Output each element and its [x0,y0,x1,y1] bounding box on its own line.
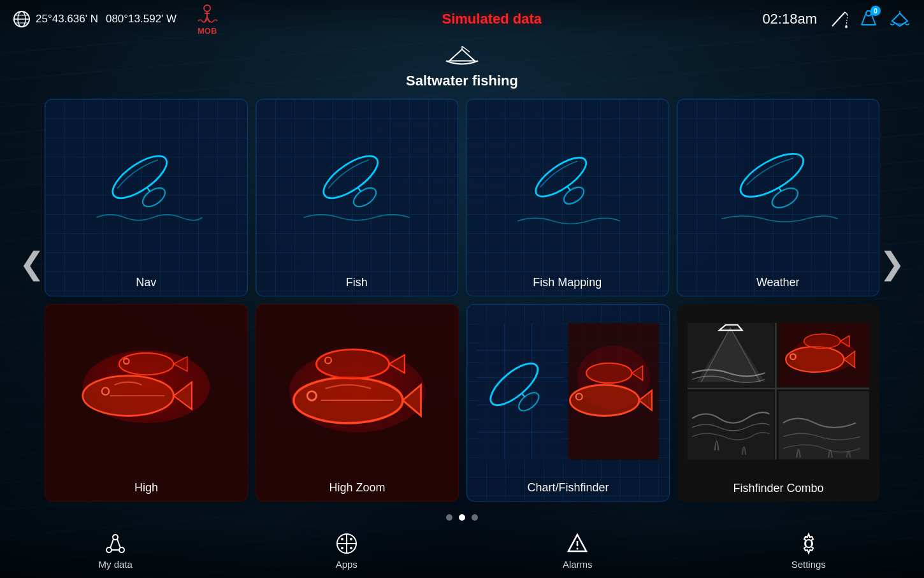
svg-point-62 [113,535,118,540]
bottom-nav: My data Apps [0,524,924,578]
svg-point-23 [769,184,802,212]
high-fish-svg [55,314,237,469]
nav-alarms-label: Alarms [563,559,593,570]
svg-line-15 [147,187,150,191]
settings-svg [797,532,820,555]
fish-mapping-lure-svg [496,117,638,255]
time-display: 02:18am [762,11,817,27]
my-data-svg [104,532,127,555]
high-zoom-fish-svg [266,314,448,469]
boat-top-icon[interactable] [888,10,911,29]
simulated-data-label: Simulated data [442,11,542,27]
mob-button[interactable]: MOB [193,3,221,36]
nav-alarms[interactable]: Alarms [462,524,693,578]
weather-card[interactable]: Weather [677,99,880,296]
top-left: 25°43.636' N 080°13.592' W MOB [13,3,221,36]
nav-my-data[interactable]: My data [0,524,231,578]
lon-coord: 080°13.592' W [106,13,177,25]
fishfinder-combo-svg [688,313,869,470]
fish-card-label: Fish [346,272,368,289]
my-data-icon [104,532,127,555]
lat-coord: 25°43.636' N [36,13,98,25]
pagination [0,514,924,521]
nav-apps-label: Apps [336,559,357,570]
chart-fishfinder-card-label: Chart/Fishfinder [527,477,609,495]
svg-line-8 [846,15,848,26]
fish-lure-svg [286,117,428,255]
chart-fishfinder-card-image [467,305,669,477]
nav-my-data-label: My data [99,559,133,570]
weather-lure-svg [707,117,849,255]
nav-settings[interactable]: Settings [693,524,925,578]
apps-svg [335,532,358,555]
svg-rect-37 [477,323,564,459]
fish-mapping-card-label: Fish Mapping [533,272,602,289]
high-card-image [45,305,247,477]
chart-fishfinder-svg [477,314,659,469]
next-arrow[interactable]: ❯ [873,242,911,285]
high-zoom-card-image [256,305,458,477]
page-title-area: Saltwater fishing [0,41,924,89]
page-title: Saltwater fishing [406,73,518,89]
svg-line-66 [117,539,120,548]
svg-point-9 [845,25,848,28]
svg-point-14 [140,184,168,210]
svg-point-22 [734,145,809,205]
high-zoom-card[interactable]: High Zoom [256,304,459,502]
apps-icon [335,532,358,555]
globe-icon [13,10,31,28]
svg-point-73 [341,547,343,549]
svg-point-5 [204,5,210,11]
svg-point-76 [577,548,579,550]
coordinates-display: 25°43.636' N 080°13.592' W [13,10,177,28]
nav-card[interactable]: Nav [45,99,248,296]
high-zoom-card-label: High Zoom [329,477,385,495]
weather-card-label: Weather [756,272,800,289]
svg-point-74 [350,547,352,549]
svg-rect-61 [778,391,869,459]
route-icon-container[interactable]: 0 [859,8,878,30]
fishing-icon[interactable] [830,10,849,29]
nav-card-image [45,99,247,272]
alarms-icon [566,532,589,555]
svg-point-57 [804,334,840,349]
high-card-label: High [134,477,158,495]
svg-point-72 [350,538,352,540]
route-badge: 0 [870,6,881,16]
fish-card-image [256,99,458,272]
svg-line-21 [568,186,570,190]
fish-mapping-card[interactable]: Fish Mapping [466,99,669,296]
fish-mapping-card-image [466,99,668,272]
prev-arrow[interactable]: ❮ [13,242,51,285]
pagination-dot-1[interactable] [446,514,452,521]
high-card[interactable]: High [45,304,248,502]
alarms-svg [566,532,589,555]
svg-point-71 [341,538,343,540]
svg-line-18 [358,187,361,191]
pagination-dot-2[interactable] [459,514,465,521]
nav-apps[interactable]: Apps [231,524,463,578]
weather-card-image [677,99,879,272]
fish-card[interactable]: Fish [256,99,459,296]
svg-line-24 [779,188,781,191]
top-icons: 0 [830,8,911,30]
fishfinder-combo-card[interactable]: Fishfinder Combo [677,304,879,502]
chart-fishfinder-card[interactable]: Chart/Fishfinder [466,304,670,502]
top-bar: 25°43.636' N 080°13.592' W MOB Simulated… [0,0,924,38]
page-boat-icon [443,41,481,70]
nav-settings-label: Settings [791,559,826,570]
nav-lure-svg [75,117,217,255]
fishfinder-combo-image [677,304,879,478]
pagination-dot-3[interactable] [472,514,478,521]
settings-icon [797,532,820,555]
mob-label: MOB [198,26,217,36]
top-right: 02:18am 0 [762,8,911,30]
svg-point-17 [350,184,379,210]
cards-row-1: Nav Fish [45,99,879,296]
svg-line-65 [110,539,113,548]
cards-row-2: High [45,304,879,502]
nav-card-label: Nav [136,272,156,289]
svg-line-7 [845,12,848,15]
mob-icon [193,3,221,26]
cards-area: Nav Fish [45,99,879,502]
